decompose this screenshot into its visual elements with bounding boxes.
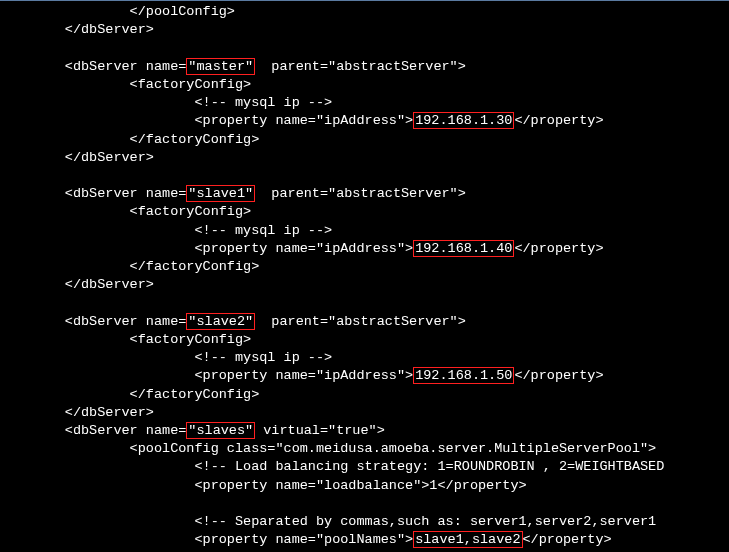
code-text: </factoryConfig>	[0, 259, 259, 274]
code-text: parent="abstractServer">	[255, 314, 466, 329]
code-text: virtual="true">	[255, 423, 385, 438]
code-line: <property name="poolNames">slave1,slave2…	[0, 531, 612, 548]
code-text: <property name="ipAddress">	[0, 368, 413, 383]
code-text: </dbServer>	[0, 405, 154, 420]
code-text: <property name="poolNames">	[0, 532, 413, 547]
code-text: </property>	[514, 368, 603, 383]
code-text: <property name="loadbalance">1</property…	[0, 478, 527, 493]
code-text: <dbServer name=	[0, 423, 186, 438]
code-text: <!-- mysql ip -->	[0, 95, 332, 110]
code-text: <factoryConfig>	[0, 204, 251, 219]
code-text: </poolConfig>	[0, 4, 235, 19]
code-line: <dbServer name="slave1" parent="abstract…	[0, 185, 466, 202]
code-line: </factoryConfig>	[0, 387, 259, 402]
code-text: </property>	[514, 241, 603, 256]
code-line: <factoryConfig>	[0, 204, 251, 219]
code-text: <dbServer name=	[0, 186, 186, 201]
code-line: </dbServer>	[0, 277, 154, 292]
code-line: </dbServer>	[0, 22, 154, 37]
code-line: </factoryConfig>	[0, 259, 259, 274]
code-line: </factoryConfig>	[0, 132, 259, 147]
code-text: <factoryConfig>	[0, 332, 251, 347]
code-line: <property name="ipAddress">192.168.1.40<…	[0, 240, 604, 257]
code-text: <property name="ipAddress">	[0, 113, 413, 128]
code-text: <property name="ipAddress">	[0, 241, 413, 256]
code-text: </dbServer>	[0, 277, 154, 292]
code-text: <factoryConfig>	[0, 77, 251, 92]
code-line: <!-- Separated by commas,such as: server…	[0, 514, 664, 529]
code-text: </factoryConfig>	[0, 387, 259, 402]
code-line: <!-- Load balancing strategy: 1=ROUNDROB…	[0, 459, 664, 474]
highlighted-value: "slaves"	[186, 422, 255, 439]
code-line: <factoryConfig>	[0, 332, 251, 347]
code-text: </property>	[514, 113, 603, 128]
code-text: <!-- mysql ip -->	[0, 350, 332, 365]
code-line: <!-- mysql ip -->	[0, 350, 332, 365]
code-text: </factoryConfig>	[0, 132, 259, 147]
code-text: </dbServer>	[0, 150, 154, 165]
code-text: parent="abstractServer">	[255, 186, 466, 201]
code-text: <!-- mysql ip -->	[0, 223, 332, 238]
code-line: </dbServer>	[0, 405, 154, 420]
highlighted-value: "slave1"	[186, 185, 255, 202]
code-line: <!-- mysql ip -->	[0, 223, 332, 238]
code-line: <!-- mysql ip -->	[0, 95, 332, 110]
code-text: parent="abstractServer">	[255, 59, 466, 74]
highlighted-value: "master"	[186, 58, 255, 75]
highlighted-value: 192.168.1.30	[413, 112, 514, 129]
code-line: <dbServer name="master" parent="abstract…	[0, 58, 466, 75]
code-line: <property name="loadbalance">1</property…	[0, 478, 527, 493]
code-line: <dbServer name="slaves" virtual="true">	[0, 422, 385, 439]
highlighted-value: "slave2"	[186, 313, 255, 330]
code-line: <poolConfig class="com.meidusa.amoeba.se…	[0, 441, 656, 456]
highlighted-value: slave1,slave2	[413, 531, 522, 548]
terminal-output: </poolConfig> </dbServer> <dbServer name…	[0, 3, 729, 552]
code-line: </dbServer>	[0, 150, 154, 165]
code-text: </property>	[523, 532, 612, 547]
code-text: <dbServer name=	[0, 59, 186, 74]
code-line: <property name="ipAddress">192.168.1.50<…	[0, 367, 604, 384]
highlighted-value: 192.168.1.50	[413, 367, 514, 384]
code-text: </dbServer>	[0, 22, 154, 37]
highlighted-value: 192.168.1.40	[413, 240, 514, 257]
code-line: </poolConfig>	[0, 4, 235, 19]
code-line: <dbServer name="slave2" parent="abstract…	[0, 313, 466, 330]
code-text: <dbServer name=	[0, 314, 186, 329]
code-text: <poolConfig class="com.meidusa.amoeba.se…	[0, 441, 656, 456]
code-line: <factoryConfig>	[0, 77, 251, 92]
code-line: <property name="ipAddress">192.168.1.30<…	[0, 112, 604, 129]
code-text: <!-- Load balancing strategy: 1=ROUNDROB…	[0, 459, 664, 474]
code-text: <!-- Separated by commas,such as: server…	[0, 514, 664, 529]
